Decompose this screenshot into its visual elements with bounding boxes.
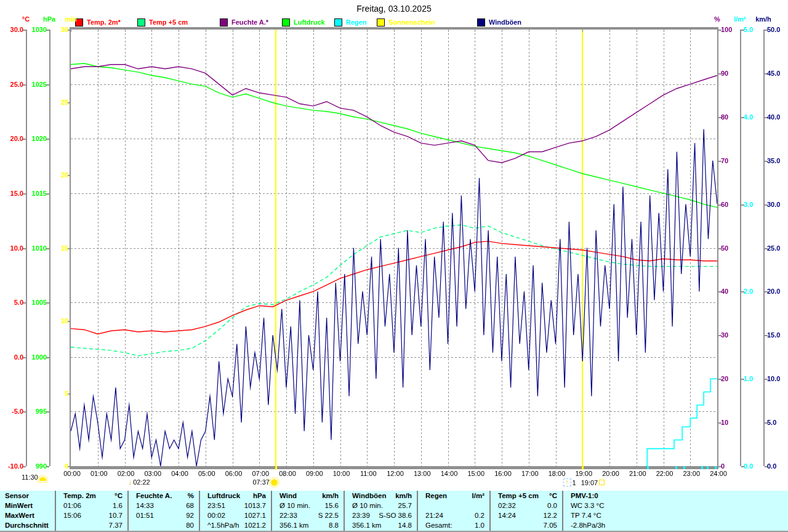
table-row: 22:33S 22.5	[272, 510, 344, 520]
tick-rain: 5.0	[744, 26, 753, 33]
time-label: 15:00	[462, 470, 489, 477]
time-label: 18:00	[544, 470, 571, 477]
legend-label: Feuchte A.*	[231, 18, 268, 26]
tick-hpa: 1010	[32, 245, 47, 252]
table-group-feuchte-a-: Feuchte A.%14:336801:519280	[127, 491, 199, 531]
table-group-luftdruck: LuftdruckhPa23:511013.700:021027.1^1.5hP…	[199, 491, 271, 531]
group-header: Windböenkm/h	[345, 491, 417, 501]
time-label: 09:00	[301, 470, 328, 477]
table-row: 02:320.0	[491, 501, 562, 510]
tick-hpa: 1025	[32, 81, 47, 88]
tick-rain: 4.0	[744, 114, 753, 121]
table-row: 14:3368	[129, 501, 199, 510]
table-row	[418, 501, 489, 510]
tick-kmh: 15.0	[767, 332, 780, 339]
legend-label: Luftdruck	[294, 18, 325, 26]
table-row: 21:240.2	[418, 510, 489, 520]
tick-kmh: 35.0	[767, 158, 780, 164]
tick-hpa: 1020	[32, 135, 47, 142]
tick-sun: 25	[61, 99, 68, 106]
tick-kmh: 0.0	[767, 463, 776, 470]
tick-sun: 5	[65, 390, 68, 397]
axis-unit-kmh: km/h	[750, 15, 777, 23]
legend-item-3: Luftdruck	[282, 18, 325, 26]
row-label: MinWert	[0, 501, 55, 510]
tick-hpa: 990	[36, 463, 47, 470]
table-row: 7.05	[491, 520, 562, 530]
table-group-regen: Regenl/m²21:240.2Gesamt:1.0	[417, 491, 489, 531]
sunrise-time: 07:37	[252, 478, 270, 486]
legend-label: Windböen	[489, 18, 521, 26]
time-label: 03:00	[139, 470, 166, 477]
moonset-annotation: ↓ 02:22	[129, 478, 150, 486]
table-row: Ø 10 min.15.6	[272, 501, 344, 510]
table-row: 14:2412.2	[491, 510, 562, 520]
group-header: Temp. 2m°C	[56, 491, 127, 501]
tick-pct: 30	[721, 332, 728, 339]
tick-pct: 70	[721, 158, 728, 164]
tick-temp: 25.0	[10, 81, 23, 88]
table-group-windb-en: Windböenkm/hØ 10 min.25.723:39S-SO 38.63…	[344, 491, 417, 531]
legend-item-6: Windböen	[477, 18, 521, 26]
sunset-time: 19:07	[581, 479, 598, 486]
table-row: Gesamt:1.0	[418, 520, 489, 530]
tick-rain: 2.0	[744, 288, 753, 295]
table-row: 15:0610.7	[56, 510, 127, 520]
legend-item-5: Sonnenschein	[377, 18, 435, 26]
time-label: 02:00	[113, 470, 140, 477]
sunshine-total: 11:30	[22, 474, 46, 481]
pmv-header: PMV-1:0	[563, 491, 788, 501]
legend-item-1: Temp +5 cm	[137, 18, 188, 26]
time-label: 13:00	[409, 470, 436, 477]
tick-temp: 5.0	[14, 299, 23, 306]
table-group-pmv: PMV-1:0WC 3.3 °CTP 7.4 °C-2.8hPa/3h	[562, 491, 788, 531]
tick-hpa: 995	[36, 408, 47, 415]
sunrise-annotation: 07:37	[252, 478, 278, 486]
weather-chart-canvas	[0, 0, 788, 532]
group-header: Temp +5 cm°C	[491, 491, 562, 501]
moon-up-icon: ↑	[563, 478, 571, 486]
table-row: 23:511013.7	[200, 501, 271, 510]
table-group-temp-2m: Temp. 2m°C01:061.615:0610.77.37	[55, 491, 127, 531]
time-label: 01:00	[86, 470, 113, 477]
group-header: Regenl/m²	[418, 491, 489, 501]
tick-rain: 1.0	[744, 376, 753, 382]
time-label: 07:00	[247, 470, 274, 477]
time-label: 04:00	[166, 470, 193, 477]
tick-sun: 0	[65, 463, 68, 470]
table-row: 356.1 km8.8	[272, 520, 344, 530]
table-row: 01:061.6	[56, 501, 127, 510]
table-row-labels: SensorMinWertMaxWertDurchschnitt	[0, 491, 55, 531]
moonrise-time-partial: 1	[573, 479, 576, 486]
tick-kmh: 20.0	[767, 288, 780, 295]
tick-pct: 20	[721, 376, 728, 382]
table-row: 23:39S-SO 38.6	[345, 510, 417, 520]
legend-label: Temp +5 cm	[149, 18, 188, 26]
tick-sun: 20	[61, 172, 68, 179]
tick-pct: 10	[721, 419, 728, 426]
time-label: 12:00	[382, 470, 409, 477]
table-row: 356.1 km14.8	[345, 520, 417, 530]
table-group-wind: Windkm/hØ 10 min.15.622:33S 22.5356.1 km…	[271, 491, 344, 531]
tick-temp: 30.0	[10, 26, 23, 33]
tick-hpa: 1000	[32, 354, 47, 361]
time-label: 08:00	[274, 470, 301, 477]
time-label: 24:00	[705, 470, 732, 477]
time-label: 14:00	[436, 470, 463, 477]
axis-unit-sun: min	[57, 15, 84, 23]
legend-label: Sonnenschein	[388, 18, 435, 26]
legend-color-box	[334, 18, 342, 26]
table-group-temp-5-cm: Temp +5 cm°C02:320.014:2412.27.05	[489, 491, 562, 531]
sunshine-sun-icon	[39, 477, 46, 481]
tick-pct: 80	[721, 114, 728, 121]
table-row: 00:021027.1	[200, 510, 271, 520]
pmv-row: TP 7.4 °C	[563, 510, 788, 520]
tick-sun: 30	[61, 26, 68, 33]
tick-kmh: 5.0	[767, 419, 776, 426]
pmv-row: WC 3.3 °C	[563, 501, 788, 510]
tick-temp: 0.0	[14, 354, 23, 361]
weather-graph-window: Freitag, 03.10.2025 Temp. 2m*Temp +5 cmF…	[0, 0, 788, 532]
time-label: 23:00	[678, 470, 705, 477]
tick-rain: 3.0	[744, 201, 753, 208]
sunshine-total-value: 11:30	[22, 474, 38, 481]
